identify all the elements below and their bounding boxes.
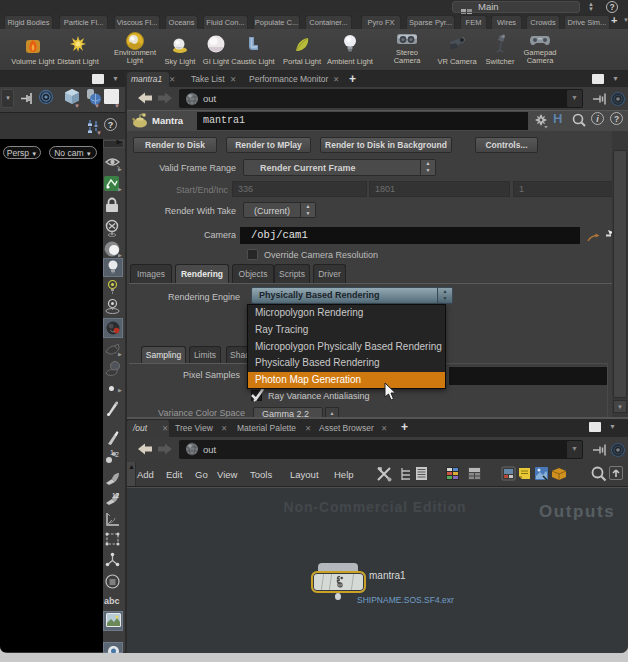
svg-text:1: 1 — [110, 449, 114, 456]
svg-text:2: 2 — [115, 451, 119, 458]
svg-text:12: 12 — [112, 492, 120, 499]
